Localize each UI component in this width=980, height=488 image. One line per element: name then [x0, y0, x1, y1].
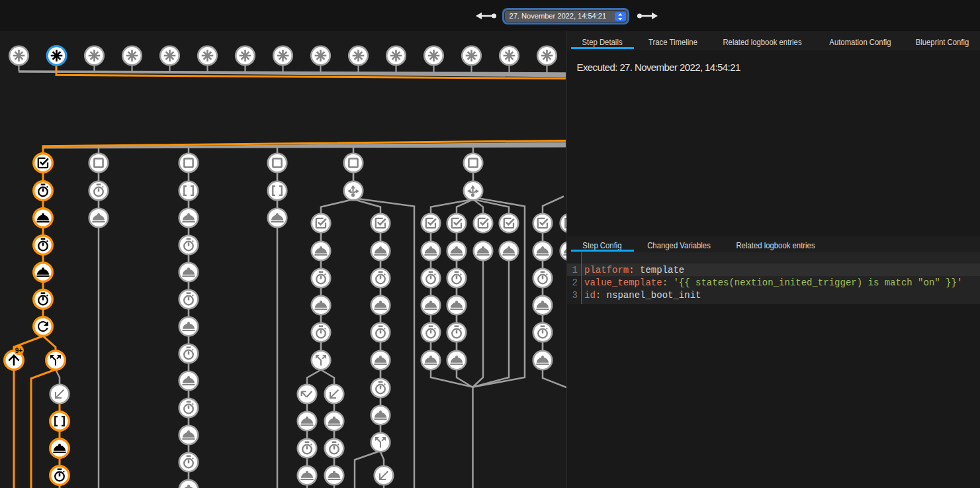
svg-text:9+: 9+ — [15, 347, 23, 354]
